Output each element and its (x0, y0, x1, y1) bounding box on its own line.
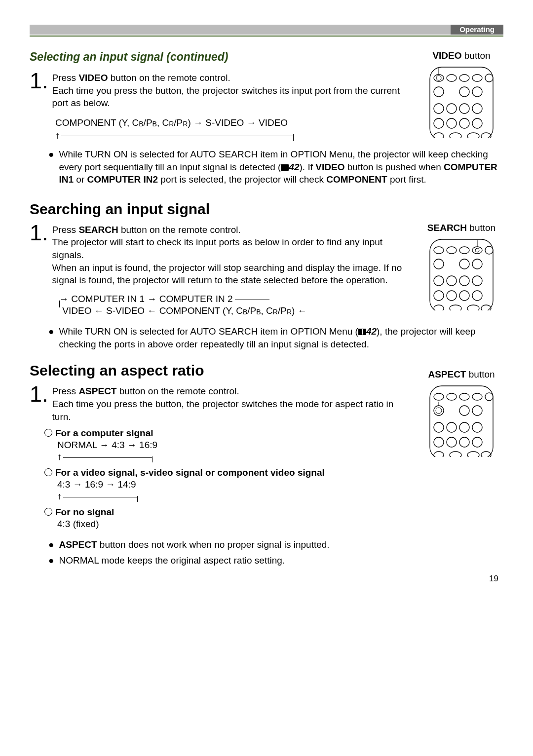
svg-point-24 (434, 247, 444, 254)
svg-point-51 (485, 393, 493, 401)
remote-illustration-aspect (427, 383, 496, 457)
step-1-aspect: 1. Press ASPECT button on the remote con… (30, 384, 410, 423)
svg-point-39 (472, 291, 482, 301)
book-icon (281, 164, 289, 171)
svg-point-42 (467, 305, 479, 310)
svg-point-30 (459, 259, 469, 269)
svg-point-48 (447, 393, 457, 400)
step-number: 1. (30, 223, 48, 287)
svg-point-28 (485, 246, 493, 254)
sec3-bullet-1: ● ASPECT button does not work when no pr… (48, 538, 503, 551)
sub-head-computer: For a computer signal (44, 428, 410, 439)
remote-illustration-video (427, 64, 496, 138)
svg-point-57 (459, 422, 469, 432)
remote-illustration-search (427, 236, 496, 310)
port-sequence: → COMPUTER IN 1 → COMPUTER IN 2 VIDEO ← … (59, 294, 410, 316)
svg-point-34 (459, 276, 469, 286)
sub-head-video: For a video signal, s-video signal or co… (44, 467, 410, 478)
svg-point-64 (450, 452, 461, 457)
svg-point-4 (472, 75, 482, 81)
svg-point-6 (434, 87, 444, 97)
sec3-bullet-2: ● NORMAL mode keeps the original aspect … (48, 554, 503, 567)
svg-point-7 (459, 87, 469, 97)
aspect-button-label: ASPECT button (419, 369, 503, 380)
svg-point-29 (434, 259, 444, 269)
svg-point-12 (472, 104, 482, 113)
svg-point-10 (447, 104, 457, 113)
section-head-search: Searching an input signal (30, 201, 503, 218)
svg-point-8 (472, 87, 482, 97)
svg-point-59 (434, 437, 444, 447)
svg-point-56 (447, 422, 457, 432)
step-1: 1. Press VIDEO button on the remote cont… (30, 71, 410, 110)
svg-point-62 (472, 437, 482, 447)
svg-point-55 (434, 422, 444, 432)
step-1-search: 1. Press SEARCH button on the remote con… (30, 223, 410, 287)
svg-point-20 (481, 133, 491, 138)
step-body: Press SEARCH button on the remote contro… (52, 223, 410, 287)
svg-point-60 (447, 437, 457, 447)
svg-point-35 (472, 276, 482, 286)
svg-point-9 (434, 104, 444, 113)
svg-point-65 (467, 452, 479, 457)
section-title-continued: Selecting an input signal (continued) (30, 50, 410, 64)
svg-point-26 (459, 247, 469, 254)
svg-point-45 (475, 248, 479, 252)
svg-point-49 (459, 393, 469, 400)
svg-point-25 (447, 247, 457, 254)
svg-point-58 (472, 422, 482, 432)
svg-point-18 (450, 133, 461, 138)
svg-point-40 (434, 305, 444, 310)
aspect-chain-computer: NORMAL → 4:3 → 16:9 ↑ (57, 440, 410, 462)
svg-point-66 (481, 452, 491, 457)
svg-point-54 (472, 406, 482, 416)
svg-point-33 (447, 276, 457, 286)
svg-point-43 (481, 305, 491, 310)
section-tab: Operating (451, 25, 503, 35)
divider (30, 36, 503, 37)
svg-point-2 (447, 75, 457, 81)
svg-point-19 (467, 133, 479, 138)
svg-point-61 (459, 437, 469, 447)
svg-point-38 (459, 291, 469, 301)
svg-point-22 (436, 76, 441, 80)
svg-point-17 (434, 133, 444, 138)
svg-point-27 (472, 247, 482, 254)
svg-point-14 (447, 118, 457, 128)
step-body: Press VIDEO button on the remote control… (52, 71, 410, 110)
header-bar: Operating (30, 25, 503, 35)
svg-point-50 (472, 393, 482, 400)
step-number: 1. (30, 71, 48, 110)
aspect-chain-video: 4:3 → 16:9 → 14:9 ↑ (57, 479, 410, 502)
step-body: Press ASPECT button on the remote contro… (52, 384, 410, 423)
svg-point-11 (459, 104, 469, 113)
svg-point-31 (472, 259, 482, 269)
svg-point-5 (485, 74, 493, 82)
svg-point-68 (436, 408, 442, 414)
svg-point-53 (459, 406, 469, 416)
page-number: 19 (489, 574, 498, 584)
step-number: 1. (30, 384, 48, 423)
svg-point-16 (472, 118, 482, 128)
svg-point-41 (450, 305, 461, 310)
svg-point-3 (459, 75, 469, 81)
aspect-nosignal: 4:3 (fixed) (57, 519, 410, 529)
signal-chain: COMPONENT (Y, CB/PB, CR/PR) → S-VIDEO → … (55, 117, 410, 141)
svg-point-32 (434, 276, 444, 286)
svg-point-52 (434, 406, 444, 416)
sec1-bullet: ● While TURN ON is selected for AUTO SEA… (48, 148, 503, 186)
svg-point-36 (434, 291, 444, 301)
search-button-label: SEARCH button (419, 223, 503, 233)
svg-point-15 (459, 118, 469, 128)
sec2-bullet: ● While TURN ON is selected for AUTO SEA… (48, 325, 503, 350)
svg-point-47 (434, 393, 444, 400)
svg-point-37 (447, 291, 457, 301)
book-icon (358, 329, 366, 335)
svg-point-63 (434, 452, 444, 457)
svg-point-13 (434, 118, 444, 128)
sub-head-nosignal: For no signal (44, 507, 410, 518)
video-button-label: VIDEO button (419, 50, 503, 61)
